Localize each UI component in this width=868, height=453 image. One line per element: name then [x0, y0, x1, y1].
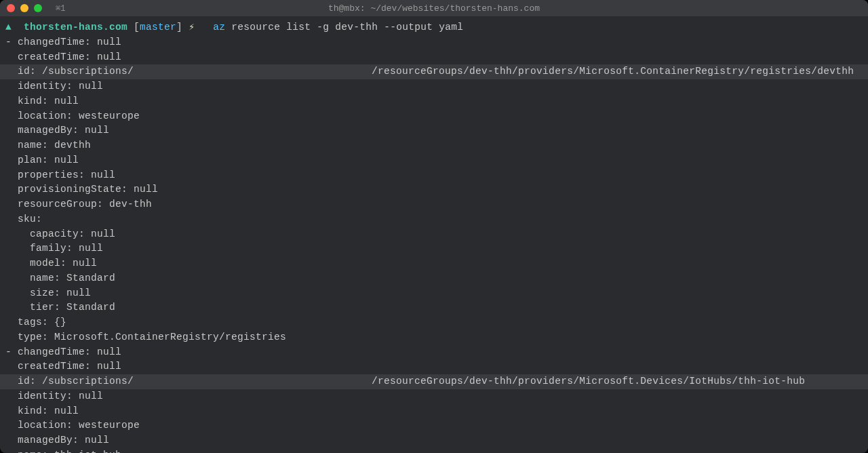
output-line: capacity: null — [5, 227, 863, 242]
output-line: identity: null — [5, 79, 863, 94]
output-line: sku: — [5, 212, 863, 227]
output-line: name: Standard — [5, 271, 863, 286]
output-line: kind: null — [5, 94, 863, 109]
output-line: id: /subscriptions/ /resourceGroups/dev-… — [0, 64, 868, 79]
output-line: provisioningState: null — [5, 182, 863, 197]
keyboard-shortcut-hint: ⌘1 — [56, 3, 65, 14]
output-line: name: thh-iot-hub — [5, 448, 863, 453]
terminal-window: ⌘1 th@mbx: ~/dev/websites/thorsten-hans.… — [0, 0, 868, 453]
output-line: plan: null — [5, 153, 863, 168]
output-line: managedBy: null — [5, 433, 863, 448]
prompt-symbol-icon: ▲ — [5, 22, 12, 33]
command-arguments: resource list -g dev-thh --output yaml — [231, 22, 463, 33]
output-line: managedBy: null — [5, 123, 863, 138]
output-line: kind: null — [5, 404, 863, 419]
output-line: identity: null — [5, 389, 863, 404]
output-line: size: null — [5, 286, 863, 301]
output-line: - changedTime: null — [5, 35, 863, 50]
traffic-lights — [7, 4, 42, 12]
prompt-cwd: thorsten-hans.com — [24, 22, 127, 33]
output-line: tier: Standard — [5, 300, 863, 315]
output-line: location: westeurope — [5, 418, 863, 433]
output-line: tags: {} — [5, 315, 863, 330]
window-title: th@mbx: ~/dev/websites/thorsten-hans.com — [328, 3, 540, 14]
output-line: resourceGroup: dev-thh — [5, 197, 863, 212]
command-executable: az — [213, 22, 225, 33]
output-line: type: Microsoft.ContainerRegistry/regist… — [5, 330, 863, 345]
output-line: createdTime: null — [5, 50, 863, 65]
minimize-button[interactable] — [20, 4, 28, 12]
output-line: properties: null — [5, 168, 863, 183]
prompt-line: ▲ thorsten-hans.com [master] ⚡ az resour… — [5, 20, 863, 35]
title-bar: ⌘1 th@mbx: ~/dev/websites/thorsten-hans.… — [0, 0, 868, 16]
maximize-button[interactable] — [34, 4, 42, 12]
output-line: createdTime: null — [5, 359, 863, 374]
close-button[interactable] — [7, 4, 15, 12]
terminal-content[interactable]: ▲ thorsten-hans.com [master] ⚡ az resour… — [0, 16, 868, 453]
output-line: - changedTime: null — [5, 345, 863, 360]
output-line: id: /subscriptions/ /resourceGroups/dev-… — [0, 374, 868, 389]
command-output: - changedTime: null createdTime: null id… — [5, 35, 863, 453]
output-line: model: null — [5, 256, 863, 271]
git-branch: master — [140, 22, 176, 33]
lightning-icon: ⚡ — [189, 22, 195, 33]
output-line: family: null — [5, 241, 863, 256]
output-line: name: devthh — [5, 138, 863, 153]
output-line: location: westeurope — [5, 109, 863, 124]
